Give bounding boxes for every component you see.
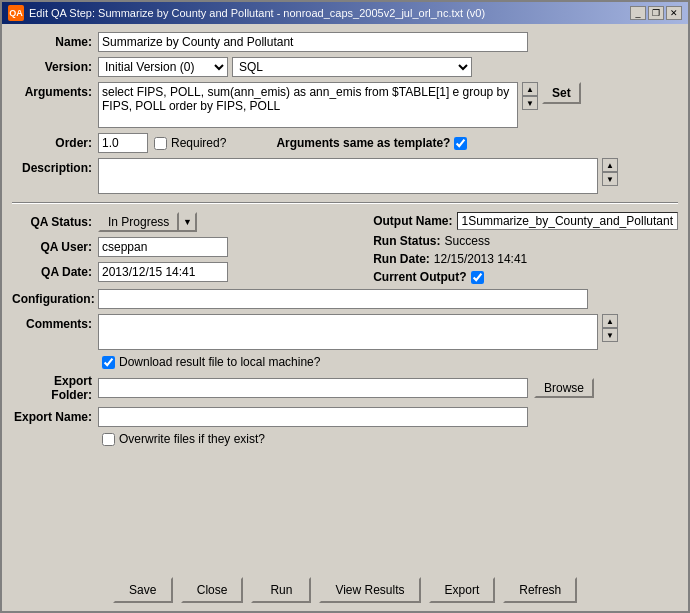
export-name-input[interactable] (98, 407, 528, 427)
desc-scroll-down-icon: ▼ (606, 175, 614, 184)
name-label: Name: (12, 35, 92, 49)
status-text-button[interactable]: In Progress (98, 212, 179, 232)
run-status-row: Run Status: Success (373, 234, 678, 248)
export-button[interactable]: Export (429, 577, 496, 603)
required-checkbox-wrapper: Required? (154, 136, 226, 150)
window-icon: QA (8, 5, 24, 21)
comments-scroll-down-btn[interactable]: ▼ (602, 328, 618, 342)
sql-select[interactable]: SQL (232, 57, 472, 77)
qa-right: Output Name: 1Summarize_by_County_and_Po… (373, 212, 678, 284)
output-name-row: Output Name: 1Summarize_by_County_and_Po… (373, 212, 678, 230)
restore-icon: ❐ (652, 8, 660, 18)
qa-user-label: QA User: (12, 240, 92, 254)
comments-scroll-up-btn[interactable]: ▲ (602, 314, 618, 328)
set-button[interactable]: Set (542, 82, 581, 104)
current-output-checkbox[interactable] (471, 271, 484, 284)
scroll-down-icon: ▼ (526, 99, 534, 108)
minimize-icon: _ (635, 8, 640, 18)
download-label: Download result file to local machine? (119, 355, 320, 369)
scroll-up-btn[interactable]: ▲ (522, 82, 538, 96)
config-input[interactable] (98, 289, 588, 309)
name-row: Name: (12, 32, 678, 52)
export-name-label: Export Name: (12, 410, 92, 424)
desc-scroll-up-icon: ▲ (606, 161, 614, 170)
restore-button[interactable]: ❐ (648, 6, 664, 20)
current-output-row: Current Output? (373, 270, 678, 284)
scroll-down-btn[interactable]: ▼ (522, 96, 538, 110)
footer: Save Close Run View Results Export Refre… (2, 569, 688, 611)
close-icon: ✕ (670, 8, 678, 18)
output-name-label: Output Name: (373, 214, 452, 228)
close-button-footer[interactable]: Close (181, 577, 244, 603)
status-dropdown-button[interactable]: ▼ (179, 212, 197, 232)
comments-scrollbar: ▲ ▼ (602, 314, 618, 342)
separator (12, 202, 678, 204)
description-row: Description: ▲ ▼ (12, 158, 678, 194)
qa-date-label: QA Date: (12, 265, 92, 279)
export-folder-row: Export Folder: Browse (12, 374, 678, 402)
download-checkbox[interactable] (102, 356, 115, 369)
required-checkbox[interactable] (154, 137, 167, 150)
comments-scroll-up-icon: ▲ (606, 317, 614, 326)
qa-user-input[interactable] (98, 237, 228, 257)
refresh-button[interactable]: Refresh (503, 577, 577, 603)
config-label: Configuration: (12, 292, 92, 306)
run-status-value: Success (445, 234, 490, 248)
title-controls: _ ❐ ✕ (630, 6, 682, 20)
current-output-label: Current Output? (373, 270, 466, 284)
description-label: Description: (12, 158, 92, 175)
qa-date-input[interactable] (98, 262, 228, 282)
save-button[interactable]: Save (113, 577, 173, 603)
export-folder-label: Export Folder: (12, 374, 92, 402)
main-window: QA Edit QA Step: Summarize by County and… (0, 0, 690, 613)
order-label: Order: (12, 136, 92, 150)
args-same-label: Arguments same as template? (276, 136, 450, 150)
overwrite-checkbox[interactable] (102, 433, 115, 446)
version-label: Version: (12, 60, 92, 74)
arguments-row: Arguments: select FIPS, POLL, sum(ann_em… (12, 82, 678, 128)
comments-row: Comments: ▲ ▼ (12, 314, 678, 350)
qa-status-label: QA Status: (12, 215, 92, 229)
arguments-textarea[interactable]: select FIPS, POLL, sum(ann_emis) as ann_… (98, 82, 518, 128)
qa-left: QA Status: In Progress ▼ QA User: QA Dat… (12, 212, 353, 282)
desc-scroll-down-btn[interactable]: ▼ (602, 172, 618, 186)
version-select-wrapper: Initial Version (0) SQL (98, 57, 472, 77)
qa-user-row: QA User: (12, 237, 353, 257)
export-name-row: Export Name: (12, 407, 678, 427)
run-status-label: Run Status: (373, 234, 440, 248)
title-bar: QA Edit QA Step: Summarize by County and… (2, 2, 688, 24)
status-button-group: In Progress ▼ (98, 212, 197, 232)
comments-scroll-down-icon: ▼ (606, 331, 614, 340)
browse-button[interactable]: Browse (534, 378, 594, 398)
run-button[interactable]: Run (251, 577, 311, 603)
title-bar-left: QA Edit QA Step: Summarize by County and… (8, 5, 630, 21)
dropdown-icon: ▼ (183, 217, 192, 227)
required-area: Required? Arguments same as template? (154, 136, 467, 150)
args-same-checkbox[interactable] (454, 137, 467, 150)
config-row: Configuration: (12, 289, 678, 309)
qa-date-row: QA Date: (12, 262, 353, 282)
close-button[interactable]: ✕ (666, 6, 682, 20)
window-title: Edit QA Step: Summarize by County and Po… (29, 7, 485, 19)
comments-label: Comments: (12, 314, 92, 331)
args-same-wrapper: Arguments same as template? (276, 136, 467, 150)
comments-textarea[interactable] (98, 314, 598, 350)
description-textarea[interactable] (98, 158, 598, 194)
scroll-up-icon: ▲ (526, 85, 534, 94)
version-select[interactable]: Initial Version (0) (98, 57, 228, 77)
arguments-label: Arguments: (12, 82, 92, 99)
export-folder-input[interactable] (98, 378, 528, 398)
required-label: Required? (171, 136, 226, 150)
output-name-value: 1Summarize_by_County_and_Pollutant (457, 212, 678, 230)
name-input[interactable] (98, 32, 528, 52)
run-date-value: 12/15/2013 14:41 (434, 252, 527, 266)
order-input[interactable] (98, 133, 148, 153)
view-results-button[interactable]: View Results (319, 577, 420, 603)
qa-main-section: QA Status: In Progress ▼ QA User: QA Dat… (12, 212, 678, 284)
description-scrollbar: ▲ ▼ (602, 158, 618, 186)
minimize-button[interactable]: _ (630, 6, 646, 20)
arguments-scrollbar: ▲ ▼ (522, 82, 538, 110)
overwrite-label: Overwrite files if they exist? (119, 432, 265, 446)
desc-scroll-up-btn[interactable]: ▲ (602, 158, 618, 172)
form-content: Name: Version: Initial Version (0) SQL A… (2, 24, 688, 569)
